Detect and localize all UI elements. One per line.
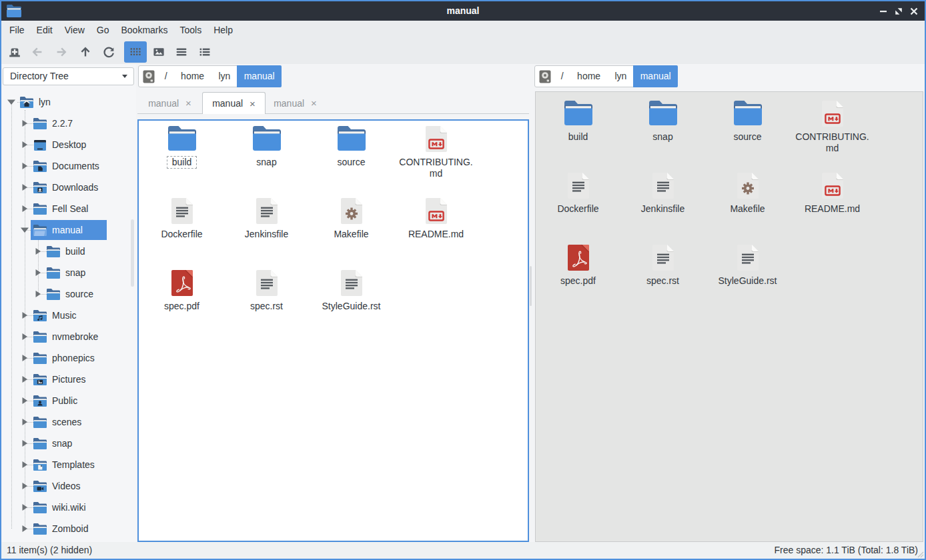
tab-manual-0[interactable]: manual× xyxy=(137,92,202,114)
left-crumb-current[interactable]: manual xyxy=(237,65,282,87)
file-item-spec-rst[interactable]: spec.rst xyxy=(620,243,705,315)
expander-collapsed-icon[interactable] xyxy=(21,333,28,341)
go-forward-button[interactable] xyxy=(51,41,72,63)
file-item-jenkinsfile[interactable]: Jenkinsfile xyxy=(224,196,309,268)
pane-splitter-handle[interactable] xyxy=(530,266,532,306)
left-crumb-home[interactable]: home xyxy=(173,66,212,87)
tab-close-icon[interactable]: × xyxy=(250,98,256,109)
tree-item-wiki-wiki[interactable]: wiki.wiki xyxy=(3,497,136,518)
thumbnail-view-button[interactable] xyxy=(148,41,169,63)
expander-collapsed-icon[interactable] xyxy=(21,397,28,405)
expander-collapsed-icon[interactable] xyxy=(21,162,28,170)
menu-edit[interactable]: Edit xyxy=(31,21,59,40)
right-file-view[interactable]: buildsnapsourceCONTRIBUTING.mdDockerfile… xyxy=(535,91,923,542)
right-device-button[interactable] xyxy=(535,66,555,87)
expander-collapsed-icon[interactable] xyxy=(21,354,28,362)
tree-item-scenes[interactable]: scenes xyxy=(3,411,136,433)
tree-item-build[interactable]: build xyxy=(3,241,136,262)
tree-item-lyn[interactable]: lyn xyxy=(3,91,136,113)
icon-view-button[interactable] xyxy=(124,41,147,63)
expander-collapsed-icon[interactable] xyxy=(21,439,28,447)
expander-expanded-icon[interactable] xyxy=(7,99,16,105)
tree-item-2-2-7[interactable]: 2.2.7 xyxy=(3,113,136,134)
file-item-source[interactable]: source xyxy=(705,99,790,171)
expander-collapsed-icon[interactable] xyxy=(21,205,28,213)
reload-button[interactable] xyxy=(98,41,119,63)
file-item-jenkinsfile[interactable]: Jenkinsfile xyxy=(620,171,705,243)
file-item-makefile[interactable]: Makefile xyxy=(309,196,394,268)
left-crumb-lyn[interactable]: lyn xyxy=(211,66,237,87)
expander-collapsed-icon[interactable] xyxy=(35,290,41,298)
file-item-source[interactable]: source xyxy=(309,124,394,196)
tree-item-videos[interactable]: Videos xyxy=(3,475,136,497)
tree-item-phonepics[interactable]: phonepics xyxy=(3,347,136,369)
menu-go[interactable]: Go xyxy=(91,21,115,40)
file-item-spec-pdf[interactable]: spec.pdf xyxy=(139,268,224,340)
tab-close-icon[interactable]: × xyxy=(185,97,191,109)
right-crumb-home[interactable]: home xyxy=(570,66,608,87)
file-item-readme-md[interactable]: README.md xyxy=(394,196,478,268)
tab-manual-1[interactable]: manual× xyxy=(202,92,266,114)
expander-collapsed-icon[interactable] xyxy=(21,375,28,383)
sidebar-mode-selector[interactable]: Directory Tree xyxy=(3,67,134,85)
file-item-dockerfile[interactable]: Dockerfile xyxy=(139,196,224,268)
left-device-button[interactable] xyxy=(139,66,159,87)
tree-item-downloads[interactable]: Downloads xyxy=(3,177,136,198)
file-item-build[interactable]: build xyxy=(536,99,620,171)
tree-item-desktop[interactable]: Desktop xyxy=(3,134,136,155)
right-crumb-root[interactable]: / xyxy=(555,66,570,87)
right-crumb-current[interactable]: manual xyxy=(633,65,678,87)
tree-item-templates[interactable]: Templates xyxy=(3,454,136,475)
expander-collapsed-icon[interactable] xyxy=(21,482,28,490)
file-item-build[interactable]: build xyxy=(139,124,224,196)
file-item-styleguide-rst[interactable]: StyleGuide.rst xyxy=(705,243,790,315)
tree-item-snap[interactable]: snap xyxy=(3,262,136,283)
tab-manual-2[interactable]: manual× xyxy=(266,92,325,114)
sidebar-scrollbar[interactable] xyxy=(131,219,134,287)
file-item-spec-pdf[interactable]: spec.pdf xyxy=(536,243,620,315)
expander-collapsed-icon[interactable] xyxy=(21,141,28,149)
file-item-snap[interactable]: snap xyxy=(224,124,309,196)
tree-item-nvmebroke[interactable]: nvmebroke xyxy=(3,326,136,347)
tree-item-public[interactable]: Public xyxy=(3,390,136,411)
tree-item-documents[interactable]: Documents xyxy=(3,155,136,177)
resize-grip[interactable] xyxy=(916,550,924,558)
file-item-contributing-md[interactable]: CONTRIBUTING.md xyxy=(394,124,478,196)
file-item-readme-md[interactable]: README.md xyxy=(790,171,875,243)
compact-view-button[interactable] xyxy=(171,41,192,63)
title-bar[interactable]: manual xyxy=(1,1,925,21)
file-item-spec-rst[interactable]: spec.rst xyxy=(224,268,309,340)
detailed-list-view-button[interactable] xyxy=(194,41,215,63)
expander-collapsed-icon[interactable] xyxy=(21,183,28,191)
expander-collapsed-icon[interactable] xyxy=(21,525,28,533)
left-file-view[interactable]: buildsnapsourceCONTRIBUTING.mdDockerfile… xyxy=(137,119,529,542)
tree-item-music[interactable]: Music xyxy=(3,305,136,326)
menu-tools[interactable]: Tools xyxy=(174,21,208,40)
file-item-styleguide-rst[interactable]: StyleGuide.rst xyxy=(309,268,394,340)
expander-collapsed-icon[interactable] xyxy=(35,269,41,277)
expander-expanded-icon[interactable] xyxy=(20,227,29,233)
menu-view[interactable]: View xyxy=(59,21,91,40)
go-back-button[interactable] xyxy=(27,41,48,63)
go-up-button[interactable] xyxy=(75,41,96,63)
expander-collapsed-icon[interactable] xyxy=(21,503,28,511)
menu-bookmarks[interactable]: Bookmarks xyxy=(115,21,173,40)
right-crumb-lyn[interactable]: lyn xyxy=(608,66,633,87)
new-tab-button[interactable] xyxy=(4,41,25,63)
tab-close-icon[interactable]: × xyxy=(311,97,317,109)
file-item-contributing-md[interactable]: CONTRIBUTING.md xyxy=(790,99,875,171)
tree-item-fell-seal[interactable]: Fell Seal xyxy=(3,198,136,219)
expander-collapsed-icon[interactable] xyxy=(21,461,28,469)
expander-collapsed-icon[interactable] xyxy=(21,418,28,426)
expander-collapsed-icon[interactable] xyxy=(21,119,28,127)
file-item-snap[interactable]: snap xyxy=(620,99,705,171)
expander-collapsed-icon[interactable] xyxy=(35,247,41,255)
menu-file[interactable]: File xyxy=(3,21,31,40)
tree-item-zomboid[interactable]: Zomboid xyxy=(3,518,136,539)
tree-item-manual[interactable]: manual xyxy=(3,219,136,241)
file-item-dockerfile[interactable]: Dockerfile xyxy=(536,171,620,243)
left-crumb-root[interactable]: / xyxy=(159,66,173,87)
tree-item-source[interactable]: source xyxy=(3,283,136,305)
tree-item-pictures[interactable]: Pictures xyxy=(3,369,136,390)
close-button[interactable] xyxy=(905,1,923,21)
